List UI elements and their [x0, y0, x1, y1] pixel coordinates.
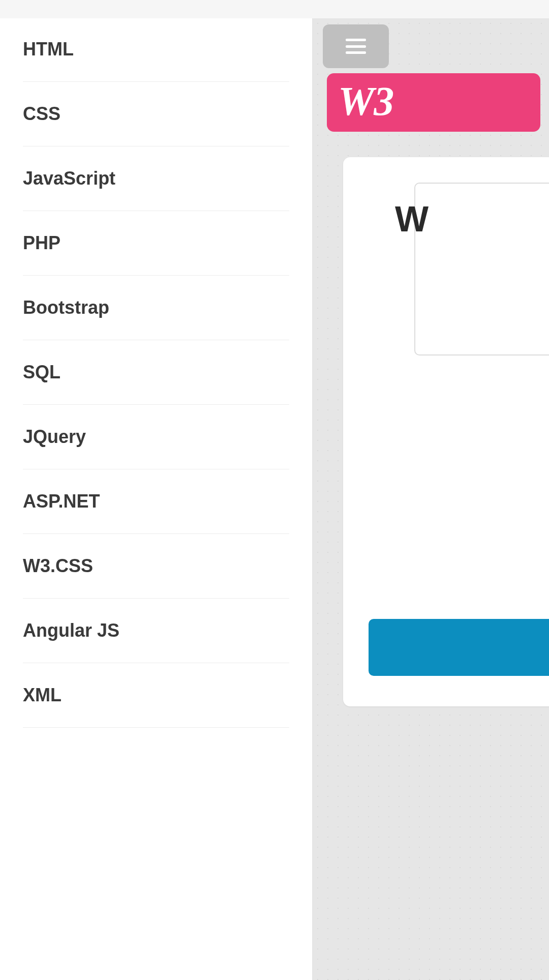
sidebar-item-jquery[interactable]: JQuery: [23, 405, 289, 469]
sidebar-item-css[interactable]: CSS: [23, 82, 289, 146]
main-area: W3 W: [313, 18, 549, 980]
menu-toggle-button[interactable]: [323, 24, 389, 68]
sidebar-item-label: JavaScript: [23, 168, 115, 189]
sidebar-item-label: SQL: [23, 362, 60, 382]
logo-text: W3: [338, 79, 393, 124]
site-logo[interactable]: W3: [327, 73, 540, 132]
sidebar: HTML CSS JavaScript PHP Bootstrap SQL JQ…: [0, 18, 313, 980]
sidebar-item-label: CSS: [23, 103, 60, 124]
sidebar-item-label: JQuery: [23, 426, 86, 447]
sidebar-item-label: W3.CSS: [23, 555, 93, 576]
hamburger-icon: [346, 39, 366, 54]
content-card: W: [343, 157, 549, 706]
sidebar-item-label: Bootstrap: [23, 297, 109, 318]
top-bar: [0, 0, 549, 18]
sidebar-item-php[interactable]: PHP: [23, 211, 289, 276]
sidebar-item-label: ASP.NET: [23, 491, 100, 512]
sidebar-item-aspnet[interactable]: ASP.NET: [23, 469, 289, 534]
sidebar-item-angularjs[interactable]: Angular JS: [23, 599, 289, 663]
sidebar-item-w3css[interactable]: W3.CSS: [23, 534, 289, 599]
sidebar-item-label: XML: [23, 685, 62, 705]
primary-action-button[interactable]: [369, 619, 549, 676]
sidebar-item-label: Angular JS: [23, 620, 119, 641]
sidebar-item-label: PHP: [23, 232, 60, 253]
sidebar-item-label: HTML: [23, 39, 74, 60]
headline-box: W: [414, 183, 549, 355]
page-container: HTML CSS JavaScript PHP Bootstrap SQL JQ…: [0, 18, 549, 980]
sidebar-item-bootstrap[interactable]: Bootstrap: [23, 276, 289, 340]
sidebar-item-sql[interactable]: SQL: [23, 340, 289, 405]
sidebar-item-javascript[interactable]: JavaScript: [23, 146, 289, 211]
sidebar-item-xml[interactable]: XML: [23, 663, 289, 728]
page-headline: W: [395, 199, 549, 240]
sidebar-item-html[interactable]: HTML: [23, 31, 289, 82]
